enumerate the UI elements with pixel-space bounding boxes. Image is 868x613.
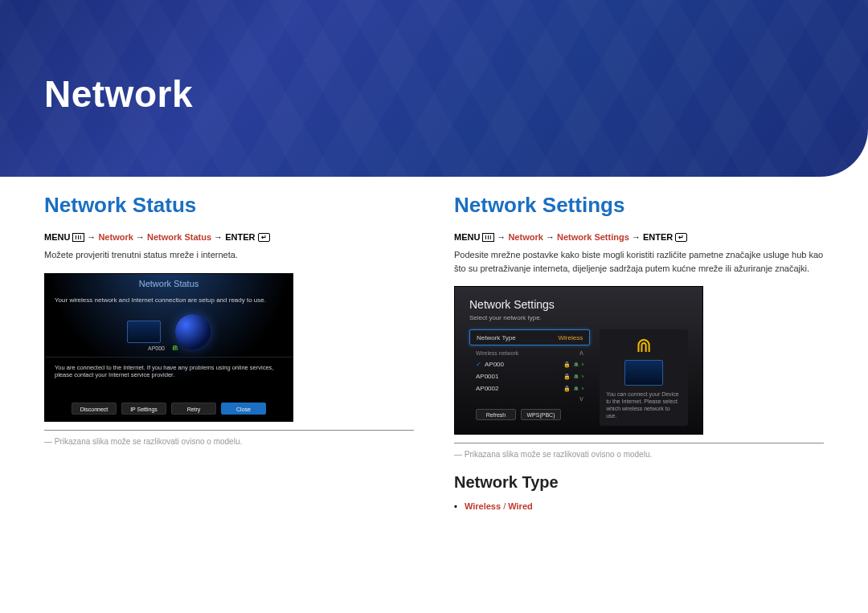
wifi-big-icon: ⋒ [636, 336, 652, 355]
divider [44, 430, 414, 431]
enter-icon: ↵ [258, 233, 270, 242]
wifi-icon: ⋒ [574, 386, 579, 392]
arrow-icon: → [87, 232, 98, 242]
menu-icon: III [482, 233, 494, 242]
section-title-settings: Network Settings [454, 193, 824, 218]
wifi-icon: ⋒ [574, 362, 579, 368]
chevron-right-icon: › [582, 362, 583, 368]
disconnect-button[interactable]: Disconnect [72, 403, 117, 415]
screenshot-network-settings: Network Settings Select your network typ… [454, 286, 703, 435]
option-wired: Wired [508, 501, 532, 511]
menu-label: MENU [44, 232, 70, 242]
shot-right-panel: ⋒ You can connect your Device to the Int… [600, 329, 688, 426]
option-wireless: Wireless [465, 501, 501, 511]
side-help-text: You can connect your Device to the Inter… [606, 390, 682, 419]
lock-icon: 🔒 [563, 374, 571, 380]
page-content: Network Status MENU III → Network → Netw… [0, 177, 868, 511]
device-icon [624, 360, 663, 386]
column-network-settings: Network Settings MENU III → Network → Ne… [454, 193, 824, 511]
breadcrumb-status: MENU III → Network → Network Status → EN… [44, 232, 414, 242]
breadcrumb-settings: MENU III → Network → Network Settings → … [454, 232, 824, 242]
desc-settings: Podesite mrežne postavke kako biste mogl… [454, 248, 824, 275]
network-type-label: Network Type [477, 334, 516, 341]
crumb-network: Network [508, 232, 542, 242]
ap-row[interactable]: ✓AP000 🔒⋒› [469, 358, 590, 370]
arrow-icon: → [632, 232, 643, 242]
network-type-value: Wireless [558, 334, 583, 341]
check-icon: ✓ [476, 361, 481, 368]
enter-icon: ↵ [675, 233, 687, 242]
shot-subtitle: Select your network type. [469, 314, 688, 321]
crumb-network-settings: Network Settings [557, 232, 629, 242]
lock-icon: 🔒 [563, 386, 571, 392]
crumb-network: Network [98, 232, 133, 242]
chevron-right-icon: › [582, 374, 583, 380]
network-type-row[interactable]: Network Type Wireless [469, 329, 590, 345]
bullet-network-type: • Wireless / Wired [454, 501, 824, 511]
caption-status: Prikazana slika može se razlikovati ovis… [44, 437, 414, 446]
shot-title: Network Settings [469, 298, 688, 311]
list-footer: ᐯ [469, 394, 590, 404]
caption-settings: Prikazana slika može se razlikovati ovis… [454, 450, 824, 459]
retry-button[interactable]: Retry [171, 403, 216, 415]
enter-label: ENTER [643, 232, 673, 242]
menu-label: MENU [454, 232, 480, 242]
shot-button-row: Disconnect IP Settings Retry Close [45, 403, 293, 415]
chevron-up-icon: ᐱ [579, 350, 583, 357]
arrow-icon: → [546, 232, 557, 242]
ap-name: AP000 [485, 361, 504, 368]
menu-icon: III [72, 233, 84, 242]
enter-label: ENTER [225, 232, 255, 242]
shot-button-row: Refresh WPS(PBC) [469, 409, 590, 420]
shot-message-1: Your wireless network and Internet conne… [45, 290, 293, 307]
desc-status: Možete provjeriti trenutni status mreže … [44, 248, 414, 262]
option-separator: / [503, 501, 506, 511]
ap-label: AP000 [148, 345, 165, 351]
wifi-icon: ⋒ [172, 344, 178, 352]
wireless-group-label: Wireless network ᐱ [469, 349, 590, 358]
globe-icon [175, 314, 211, 349]
refresh-button[interactable]: Refresh [476, 409, 516, 420]
arrow-icon: → [497, 232, 508, 242]
lock-icon: 🔒 [563, 362, 571, 368]
group-label-text: Wireless network [476, 350, 518, 357]
tv-icon [127, 321, 161, 343]
ip-settings-button[interactable]: IP Settings [121, 403, 166, 415]
page-header: Network [0, 0, 868, 177]
shot-graphic: AP000 ⋒ [45, 307, 293, 357]
close-button[interactable]: Close [221, 403, 266, 415]
ap-name: AP0001 [476, 373, 498, 380]
page-title: Network [44, 72, 193, 116]
arrow-icon: → [214, 232, 225, 242]
screenshot-network-status: Network Status Your wireless network and… [44, 273, 293, 422]
subhead-network-type: Network Type [454, 473, 824, 492]
section-title-status: Network Status [44, 193, 414, 218]
divider [454, 443, 824, 443]
ap-row[interactable]: AP0002 🔒⋒› [469, 382, 590, 394]
chevron-down-icon: ᐯ [579, 396, 583, 403]
shot-message-2: You are connected to the Internet. If yo… [45, 357, 293, 383]
column-network-status: Network Status MENU III → Network → Netw… [44, 193, 414, 511]
wps-button[interactable]: WPS(PBC) [521, 409, 561, 420]
ap-row[interactable]: AP0001 🔒⋒› [469, 370, 590, 382]
shot-title: Network Status [45, 274, 293, 290]
bullet-dot-icon: • [454, 501, 457, 511]
shot-left-panel: Network Type Wireless Wireless network ᐱ… [469, 329, 590, 426]
wifi-icon: ⋒ [574, 374, 579, 380]
crumb-network-status: Network Status [147, 232, 211, 242]
chevron-right-icon: › [582, 386, 583, 392]
arrow-icon: → [136, 232, 147, 242]
ap-name: AP0002 [476, 385, 498, 392]
